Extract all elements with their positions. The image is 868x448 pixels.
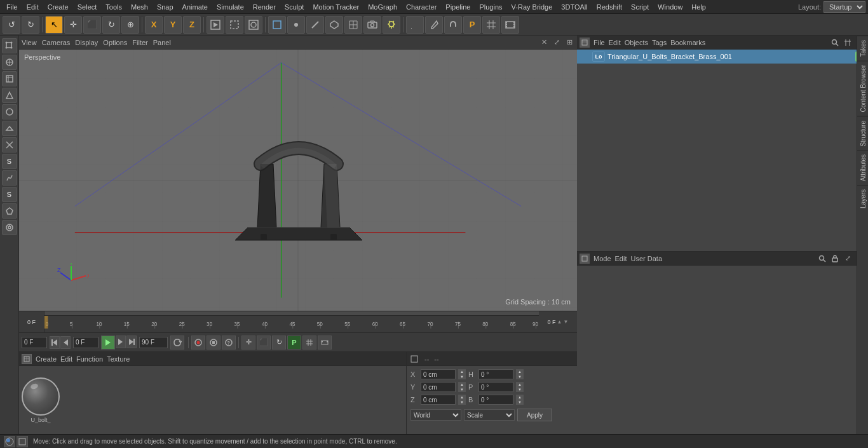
next-frame-btn[interactable]	[116, 336, 126, 348]
status-icon-b[interactable]	[17, 436, 28, 447]
coord-p-up[interactable]: ▲	[516, 382, 524, 387]
timeline-ruler[interactable]: 0 5 10 15 20	[44, 311, 539, 332]
coord-y-pos[interactable]	[421, 382, 456, 392]
obj-icon-search[interactable]	[830, 37, 840, 48]
viewport-icon-2[interactable]: ⤢	[552, 37, 562, 48]
tab-structure[interactable]: Structure	[857, 116, 868, 151]
mode-move-btn[interactable]: ✛	[241, 336, 255, 350]
menu-3dtoall[interactable]: 3DTOAll	[557, 2, 591, 12]
material-menu-create[interactable]: Create	[36, 355, 57, 363]
coord-z-pos-up[interactable]: ▲	[458, 395, 466, 400]
coord-x-pos-down[interactable]: ▼	[458, 374, 466, 379]
coord-z-pos[interactable]	[421, 395, 456, 405]
coord-b-val[interactable]	[478, 395, 513, 405]
coord-b-down[interactable]: ▼	[516, 400, 524, 405]
obj-menu-edit[interactable]: Edit	[609, 39, 621, 46]
frame-start-field[interactable]	[22, 337, 47, 348]
menu-help[interactable]: Help	[688, 2, 710, 12]
material-menu-function[interactable]: Function	[76, 355, 103, 363]
material-swatch[interactable]: U_bolt_	[22, 377, 60, 423]
y-axis-button[interactable]: Y	[164, 16, 182, 34]
obj-menu-objects[interactable]: Objects	[625, 39, 648, 46]
mode-p-btn[interactable]: P	[287, 336, 301, 350]
obj-menu-bookmarks[interactable]: Bookmarks	[670, 39, 705, 46]
sidebar-tool-10[interactable]: S	[2, 187, 17, 202]
apply-button[interactable]: Apply	[517, 409, 552, 421]
sidebar-tool-6[interactable]	[2, 121, 17, 136]
menu-vray[interactable]: V-Ray Bridge	[508, 2, 557, 12]
tab-attributes[interactable]: Attributes	[857, 150, 868, 185]
sidebar-tool-9[interactable]	[2, 170, 17, 186]
record-btn[interactable]	[191, 336, 205, 350]
viewport-menu-display[interactable]: Display	[75, 39, 98, 46]
mode-film-btn[interactable]	[318, 336, 332, 350]
menu-pipeline[interactable]: Pipeline	[442, 2, 474, 12]
frame-current-field[interactable]	[73, 337, 98, 348]
attr-menu-edit[interactable]: Edit	[615, 255, 627, 262]
obj-manager-body[interactable]: Lo Triangular_U_Bolts_Bracket_Brass_001	[577, 50, 868, 251]
menu-motion-tracker[interactable]: Motion Tracker	[309, 2, 363, 12]
help-btn[interactable]: ?	[222, 336, 236, 350]
mode-grid-btn[interactable]	[302, 336, 316, 350]
coord-z-pos-down[interactable]: ▼	[458, 400, 466, 405]
polygon-pen-button[interactable]	[406, 16, 424, 34]
z-axis-button[interactable]: Z	[183, 16, 201, 34]
sidebar-tool-12[interactable]	[2, 220, 17, 235]
grid-button[interactable]	[482, 16, 500, 34]
tab-content-browser[interactable]: Content Browser	[857, 60, 868, 116]
viewport-menu-filter[interactable]: Filter	[132, 39, 147, 46]
frame-end-field[interactable]	[139, 337, 168, 348]
viewport-menu-options[interactable]: Options	[103, 39, 127, 46]
coord-h-val[interactable]	[478, 369, 513, 379]
move-tool-button[interactable]: ✛	[64, 16, 82, 34]
film-button[interactable]	[501, 16, 519, 34]
material-menu-edit[interactable]: Edit	[60, 355, 72, 363]
play-btn[interactable]	[101, 336, 115, 350]
coord-b-up[interactable]: ▲	[516, 395, 524, 400]
sidebar-tool-4[interactable]	[2, 88, 17, 103]
scale-select[interactable]: Scale	[464, 409, 515, 421]
prev-frame-btn[interactable]	[60, 336, 71, 349]
menu-tools[interactable]: Tools	[102, 2, 126, 12]
frame-end-btn[interactable]	[126, 336, 137, 348]
menu-snap[interactable]: Snap	[153, 2, 177, 12]
menu-simulate[interactable]: Simulate	[213, 2, 248, 12]
loop-btn[interactable]	[170, 336, 184, 350]
attr-3[interactable]: ⤢	[843, 254, 853, 264]
attr-lock-icon[interactable]	[830, 254, 840, 264]
coord-x-pos-up[interactable]: ▲	[458, 369, 466, 374]
rotate-tool-button[interactable]: ↻	[102, 16, 120, 34]
redo-button[interactable]: ↻	[22, 16, 39, 34]
attr-search-icon[interactable]	[817, 254, 827, 264]
viewport-menu-panel[interactable]: Panel	[153, 39, 171, 46]
sidebar-tool-1[interactable]	[2, 38, 17, 53]
tab-takes[interactable]: Takes	[857, 36, 868, 60]
menu-window[interactable]: Window	[654, 2, 686, 12]
obj-menu-tags[interactable]: Tags	[652, 39, 667, 46]
menu-plugins[interactable]: Plugins	[475, 2, 506, 12]
viewport-menu-cameras[interactable]: Cameras	[42, 39, 71, 46]
points-mode-button[interactable]	[287, 16, 305, 34]
layout-select[interactable]: Startup	[824, 1, 865, 13]
sidebar-tool-7[interactable]	[2, 137, 17, 153]
coord-x-pos[interactable]	[421, 369, 456, 379]
stop-btn[interactable]	[207, 336, 220, 350]
menu-mesh[interactable]: Mesh	[127, 2, 152, 12]
sidebar-tool-2[interactable]	[2, 55, 17, 70]
coord-h-up[interactable]: ▲	[516, 369, 524, 374]
menu-animate[interactable]: Animate	[179, 2, 212, 12]
viewport-icon-3[interactable]: ⊞	[564, 37, 574, 48]
viewport-menu-view[interactable]: View	[22, 39, 37, 46]
mode-rotate-btn[interactable]: ↻	[272, 336, 286, 350]
menu-sculpt[interactable]: Sculpt	[281, 2, 308, 12]
sidebar-tool-11[interactable]	[2, 203, 17, 219]
render-region-button[interactable]	[226, 16, 243, 34]
viewport-3d[interactable]: Perspective	[19, 50, 577, 311]
sidebar-tool-3[interactable]	[2, 71, 17, 86]
attr-menu-userdata[interactable]: User Data	[631, 255, 663, 262]
coord-y-pos-up[interactable]: ▲	[458, 382, 466, 387]
sidebar-tool-5[interactable]	[2, 104, 17, 119]
world-select[interactable]: World	[410, 409, 461, 421]
sidebar-tool-8[interactable]: S	[2, 154, 17, 169]
obj-tree-item-bracket[interactable]: Lo Triangular_U_Bolts_Bracket_Brass_001	[577, 50, 868, 64]
